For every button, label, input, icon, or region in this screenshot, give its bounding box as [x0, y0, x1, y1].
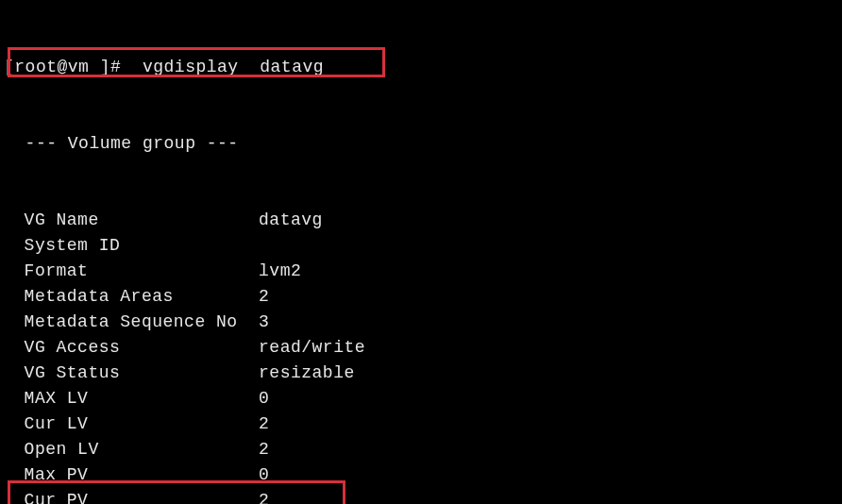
vg-field-row: Max PV0 [4, 462, 838, 488]
vg-field-label: Cur LV [25, 412, 259, 437]
vg-field-label: MAX LV [25, 386, 259, 412]
vg-field-row: VG Statusresizable [4, 361, 838, 386]
vg-field-value: lvm2 [259, 261, 301, 280]
vg-field-label: Metadata Areas [25, 284, 259, 310]
vg-field-label: Metadata Sequence No [25, 310, 259, 335]
vg-field-label: Cur PV [25, 488, 259, 504]
vg-field-value: 2 [259, 491, 269, 504]
vg-field-row: VG Accessread/write [4, 335, 838, 361]
vg-field-row: Formatlvm2 [4, 259, 838, 284]
vg-field-value: read/write [259, 338, 365, 357]
vg-field-value: 0 [259, 389, 269, 408]
vg-field-row: VG Namedatavg [4, 208, 838, 233]
prompt-line: [root@vm ]# vgdisplay datavg [4, 55, 838, 80]
vg-field-row: System ID [4, 233, 838, 259]
vg-field-value: datavg [259, 210, 323, 229]
shell-prompt: [root@vm ]# vgdisplay datavg [4, 58, 324, 76]
terminal-output: [root@vm ]# vgdisplay datavg --- Volume … [0, 0, 842, 504]
vg-field-value: 2 [259, 414, 269, 433]
vg-field-value: resizable [259, 363, 355, 382]
vg-field-label: Max PV [25, 462, 259, 488]
vg-field-value: 2 [259, 440, 269, 459]
vg-field-row: Cur LV2 [4, 412, 838, 437]
vg-field-row: Metadata Areas2 [4, 284, 838, 310]
section-header: --- Volume group --- [4, 131, 838, 157]
vg-field-label: System ID [25, 233, 259, 259]
vg-field-value: 0 [259, 465, 269, 484]
vg-fields: VG Namedatavg System ID Formatlvm2 Metad… [4, 208, 838, 504]
vg-field-row: Cur PV2 [4, 488, 838, 504]
vg-field-value: 2 [259, 287, 269, 306]
vg-field-row: MAX LV0 [4, 386, 838, 412]
vg-field-row: Open LV2 [4, 437, 838, 462]
vg-field-row: Metadata Sequence No3 [4, 310, 838, 335]
vg-field-label: VG Name [25, 208, 259, 233]
vg-field-label: VG Access [25, 335, 259, 361]
vg-field-label: VG Status [25, 361, 259, 386]
vg-field-label: Format [25, 259, 259, 284]
vg-field-value: 3 [259, 312, 269, 331]
vg-field-label: Open LV [25, 437, 259, 462]
